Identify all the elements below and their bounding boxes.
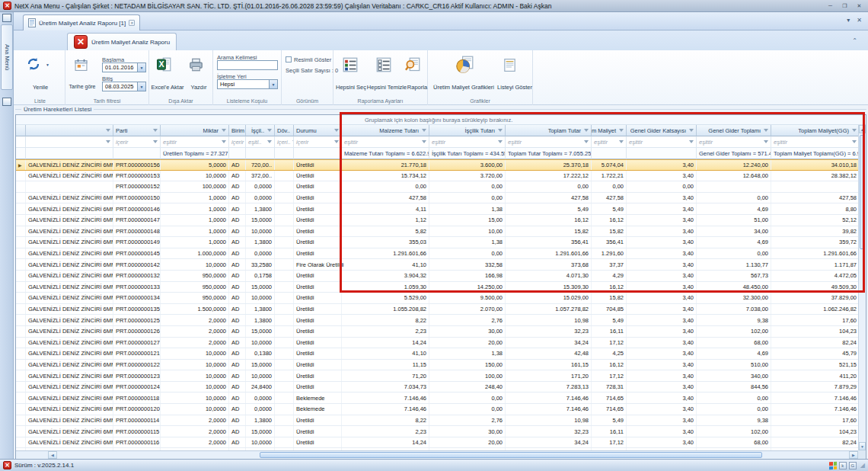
chevron-down-icon[interactable]: ▼: [137, 82, 145, 91]
table-row[interactable]: PRT.0000000152100,0000AD0,0000Üretildi0,…: [16, 181, 860, 193]
dock-panel-icon[interactable]: [2, 14, 11, 22]
table-row[interactable]: GALVENİZLİ DENİZ ZİNCİRİ 6MMPRT.00000001…: [16, 348, 860, 360]
table-row[interactable]: GALVENİZLİ DENİZ ZİNCİRİ 6MMPRT.00000001…: [16, 259, 860, 271]
table-row[interactable]: GALVENİZLİ DENİZ ZİNCİRİ 6MMPRT.00000001…: [16, 338, 860, 349]
column-header-birim[interactable]: Birim: [229, 125, 246, 136]
show-list-label[interactable]: Listeyi Göster: [496, 84, 533, 91]
horizontal-scroll-thumb[interactable]: [260, 452, 762, 458]
chevron-down-icon[interactable]: ▼: [137, 63, 145, 72]
tab-close-icon[interactable]: ✕: [129, 20, 135, 26]
column-header-durumu[interactable]: Durumu: [294, 125, 342, 136]
column-header-topmal[interactable]: Toplam Maliyet(GG): [771, 125, 860, 136]
table-row[interactable]: GALVENİZLİ DENİZ ZİNCİRİ 6MMPRT.00000001…: [16, 282, 860, 293]
column-header-iscilik[interactable]: İşçilik Tutarı: [429, 125, 506, 136]
tab-strip-close-icon[interactable]: ✕: [857, 17, 862, 24]
table-row[interactable]: GALVENİZLİ DENİZ ZİNCİRİ 6MMPRT.00000001…: [16, 203, 860, 215]
search-input[interactable]: [217, 60, 278, 70]
filter-cell-durumu[interactable]: içerir: [294, 136, 342, 148]
date-filter-button-label[interactable]: Tarihe göre: [62, 84, 102, 89]
column-header-miktar[interactable]: Miktar: [161, 125, 229, 136]
horizontal-scrollbar[interactable]: ◀ ▶: [16, 450, 858, 459]
table-row[interactable]: GALVENİZLİ DENİZ ZİNCİRİ 6MMPRT.00000001…: [16, 437, 860, 449]
column-header-malzeme[interactable]: Malzeme Tutarı: [342, 125, 429, 136]
tab-list-chevron-icon[interactable]: ▾: [847, 17, 850, 24]
table-row[interactable]: GALVENİZLİ DENİZ ZİNCİRİ 6MMPRT.00000001…: [16, 193, 860, 204]
column-header-ind[interactable]: [16, 125, 26, 136]
column-header-dov[interactable]: Döv..: [275, 125, 294, 136]
report-button[interactable]: [405, 57, 420, 72]
filter-icon[interactable]: [498, 140, 503, 143]
filter-cell-birim[interactable]: içerir: [229, 136, 246, 148]
restore-icon[interactable]: ❐: [839, 2, 850, 10]
table-row[interactable]: GALVENİZLİ DENİZ ZİNCİRİ 6MMPRT.00000001…: [16, 215, 860, 226]
table-row[interactable]: GALVENİZLİ DENİZ ZİNCİRİ 6MMPRT.00000001…: [16, 237, 860, 248]
show-list-button[interactable]: [504, 59, 515, 72]
table-row[interactable]: GALVENİZLİ DENİZ ZİNCİRİ 6MMPRT.00000001…: [16, 293, 860, 304]
filter-icon[interactable]: [689, 129, 694, 132]
vertical-scroll-thumb[interactable]: [860, 135, 865, 249]
column-header-parti[interactable]: Parti: [113, 125, 161, 136]
table-row[interactable]: GALVENİZLİ DENİZ ZİNCİRİ 6MMPRT.00000001…: [16, 360, 860, 371]
filter-icon[interactable]: [106, 140, 110, 143]
scroll-right-icon[interactable]: ▶: [849, 451, 858, 459]
close-icon[interactable]: ✕: [854, 2, 865, 10]
export-excel-button[interactable]: X: [157, 57, 171, 72]
table-row[interactable]: GALVENİZLİ DENİZ ZİNCİRİ 6MMPRT.00000001…: [16, 326, 860, 338]
table-row[interactable]: GALVENİZLİ DENİZ ZİNCİRİ 6MMPRT.00000001…: [16, 226, 860, 238]
filter-cell-malzeme[interactable]: eşittir: [342, 136, 429, 148]
ribbon-tab-active[interactable]: ✕ Üretim Maliyet Analiz Raporu: [67, 33, 177, 50]
filter-cell-dov[interactable]: içeri..: [275, 136, 294, 148]
scroll-left-icon[interactable]: ◀: [48, 451, 57, 459]
clear-all-label[interactable]: Hepsini Temizle: [365, 84, 408, 91]
filter-cell-ggkat[interactable]: eşittir: [627, 136, 697, 148]
column-header-ggtop[interactable]: Genel Gider Toplamı: [697, 125, 771, 136]
column-header-urun[interactable]: [26, 125, 113, 136]
table-row[interactable]: GALVENİZLİ DENİZ ZİNCİRİ 6MMPRT.00000001…: [16, 370, 860, 382]
select-all-button[interactable]: [343, 57, 358, 72]
refresh-dropdown-icon[interactable]: ▼: [46, 62, 49, 67]
table-row[interactable]: GALVENİZLİ DENİZ ZİNCİRİ 6MMPRT.00000001…: [16, 248, 860, 260]
table-row[interactable]: GALVENİZLİ DENİZ ZİNCİRİ 6MMPRT.00000001…: [16, 315, 860, 326]
scroll-down-icon[interactable]: ▼: [859, 442, 866, 450]
filter-icon[interactable]: [498, 129, 503, 132]
filter-icon[interactable]: [106, 129, 110, 132]
filter-icon[interactable]: [334, 129, 339, 132]
filter-icon[interactable]: [422, 140, 426, 143]
export-excel-label[interactable]: Excel'e Aktar: [149, 84, 186, 91]
select-all-label[interactable]: Hepsini Seç: [335, 84, 367, 91]
dock-tab-ana-menu[interactable]: Ana Menü: [1, 24, 13, 90]
filter-cell-urun[interactable]: [26, 136, 113, 148]
table-row[interactable]: GALVENİZLİ DENİZ ZİNCİRİ 6MMPRT.00000001…: [16, 404, 860, 415]
cost-charts-button[interactable]: [455, 56, 474, 74]
filter-cell-topmal[interactable]: eşittir: [771, 136, 860, 148]
ribbon-collapse-icon[interactable]: ⌃: [852, 37, 857, 44]
end-date-field[interactable]: 08.03.2025 ▼: [102, 82, 146, 91]
filter-cell-birimm[interactable]: eşittir: [592, 136, 627, 148]
refresh-button[interactable]: [26, 56, 41, 72]
filter-cell-iscilik[interactable]: eşittir: [429, 136, 506, 148]
table-row[interactable]: GALVENİZLİ DENİZ ZİNCİRİ 6MMPRT.00000001…: [16, 271, 860, 282]
print-button-label[interactable]: Yazdır: [186, 84, 212, 91]
minimize-icon[interactable]: ─: [825, 2, 836, 10]
tab-uretim-maliyet-analiz-raporu[interactable]: Üretim Maliyet Analiz Raporu [1] ✕: [23, 14, 140, 30]
table-row[interactable]: GALVENİZLİ DENİZ ZİNCİRİ 6MMPRT.00000001…: [16, 171, 860, 182]
filter-icon[interactable]: [689, 140, 694, 143]
filter-cell-ind[interactable]: [16, 136, 26, 148]
tray-icon[interactable]: k: [839, 462, 847, 469]
filter-icon[interactable]: [584, 140, 589, 143]
vertical-scrollbar[interactable]: ▲ ▼: [858, 125, 866, 450]
tray-icon-2[interactable]: G: [849, 462, 857, 469]
group-by-panel[interactable]: Gruplamak için kolon başlığını buraya sü…: [16, 115, 866, 125]
table-row[interactable]: GALVENİZLİ DENİZ ZİNCİRİ 6MMPRT.00000001…: [16, 415, 860, 427]
report-label[interactable]: Raporla: [407, 84, 428, 91]
filter-icon[interactable]: [852, 129, 857, 132]
column-header-ggkat[interactable]: Genel Gider Katsayısı: [627, 125, 697, 136]
start-date-field[interactable]: 01.01.2016 ▼: [102, 62, 146, 72]
filter-cell-iscil[interactable]: eşitl..: [246, 136, 275, 148]
filter-cell-ggtop[interactable]: eşittir: [697, 136, 771, 148]
filter-icon[interactable]: [267, 129, 272, 132]
filter-cell-parti[interactable]: içerir: [113, 136, 161, 148]
filter-icon[interactable]: [764, 129, 768, 132]
filter-icon[interactable]: [222, 129, 226, 132]
table-row[interactable]: GALVENİZLİ DENİZ ZİNCİRİ 6MMPRT.00000001…: [16, 426, 860, 437]
